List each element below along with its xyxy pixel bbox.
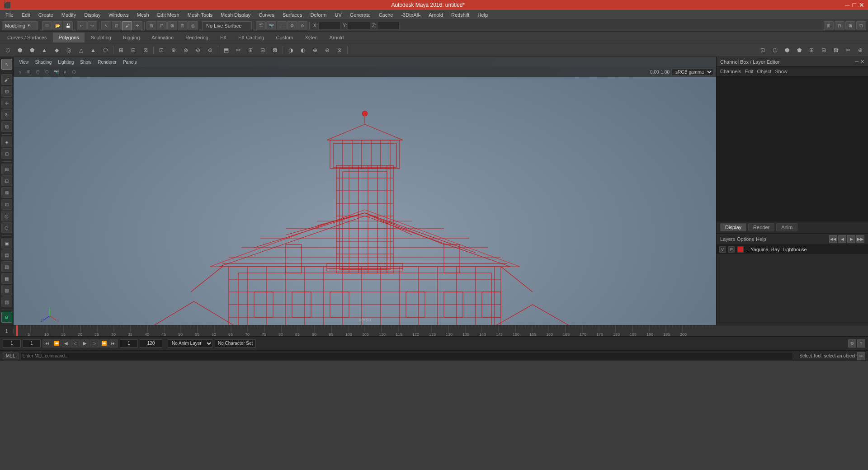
channel-tab-channels[interactable]: Channels [720, 69, 741, 74]
lasso-tool[interactable]: ⊡ [112, 21, 122, 30]
move-tool[interactable]: ✛ [132, 21, 142, 30]
torus-icon-btn[interactable]: ◎ [63, 44, 75, 56]
frame-start-input[interactable] [3, 339, 21, 348]
side-btn-6[interactable]: ⬡ [1, 222, 12, 233]
menu-item-meshtools[interactable]: Mesh Tools [184, 11, 216, 19]
side-btn-4[interactable]: ⊡ [1, 199, 12, 210]
menu-item-deform[interactable]: Deform [307, 11, 330, 19]
anim-layer-select[interactable]: No Anim Layer [168, 339, 213, 348]
menu-item-windows[interactable]: Windows [105, 11, 132, 19]
menu-item-uv[interactable]: UV [331, 11, 345, 19]
redo-button[interactable]: ↪ [87, 21, 97, 30]
right-icon4[interactable]: ⬟ [793, 44, 805, 56]
select-tool[interactable]: ↖ [101, 21, 111, 30]
help-btn[interactable]: ? [857, 339, 865, 348]
fit-all-btn[interactable]: ⊞ [25, 68, 33, 75]
play-back-btn[interactable]: ◁ [71, 339, 80, 348]
maya-logo-btn[interactable]: M [1, 312, 12, 323]
perspective-btn[interactable]: 📷 [52, 68, 60, 75]
plane-icon-btn[interactable]: ◆ [51, 44, 62, 56]
prev-frame-btn[interactable]: ⏪ [52, 339, 61, 348]
tab-animation[interactable]: Animation [146, 33, 179, 42]
connect-btn[interactable]: ⊞ [245, 44, 256, 56]
grid-btn[interactable]: # [61, 68, 69, 75]
undo-button[interactable]: ↩ [77, 21, 87, 30]
minimize-button[interactable]: ─ [845, 1, 850, 9]
layout-btn3[interactable]: ⊠ [845, 21, 855, 30]
options-tab[interactable]: Options [737, 236, 754, 242]
gamma-select[interactable]: sRGB gamma [671, 68, 713, 75]
tab-custom[interactable]: Custom [271, 33, 299, 42]
display-tab-render[interactable]: Render [748, 223, 774, 231]
frame-btn[interactable]: ⊡ [43, 68, 51, 75]
menu-item-create[interactable]: Create [35, 11, 57, 19]
go-end-btn[interactable]: ⏭ [109, 339, 118, 348]
combine-btn[interactable]: ⊞ [115, 44, 127, 56]
side-btn-9[interactable]: ▥ [1, 261, 12, 272]
render-btn2[interactable]: 📷 [266, 21, 276, 30]
prism-icon-btn[interactable]: △ [75, 44, 87, 56]
maximize-button[interactable]: □ [853, 1, 856, 9]
multi-cut-btn[interactable]: ✂ [232, 44, 244, 56]
right-icon1[interactable]: ⊡ [757, 44, 769, 56]
menu-item-editmesh[interactable]: Edit Mesh [154, 11, 183, 19]
sphere-icon-btn[interactable]: ⬡ [2, 44, 14, 56]
window-controls[interactable]: ─ □ ✕ [845, 1, 864, 9]
menu-item-arnold[interactable]: Arnold [425, 11, 447, 19]
tab-fxcaching[interactable]: FX Caching [233, 33, 269, 42]
tab-rendering[interactable]: Rendering [180, 33, 214, 42]
viewport[interactable]: View Shading Lighting Show Renderer Pane… [14, 57, 716, 325]
snap-btn5[interactable]: ◎ [188, 21, 198, 30]
home-view-btn[interactable]: ⌂ [16, 68, 24, 75]
next-key-btn[interactable]: ▷ [90, 339, 99, 348]
frame-end-input[interactable] [140, 339, 162, 348]
side-btn-8[interactable]: ▤ [1, 249, 12, 260]
menu-item-dtoall[interactable]: -3DtoAll- [397, 11, 424, 19]
channel-tab-object[interactable]: Object [757, 69, 771, 74]
right-icon9[interactable]: ⊕ [854, 44, 866, 56]
shading-menu[interactable]: Shading [33, 59, 55, 65]
panels-menu[interactable]: Panels [120, 59, 140, 65]
show-manip-btn[interactable]: ⊡ [1, 148, 12, 159]
close-panel-btn[interactable]: ✕ [860, 59, 864, 65]
minimize-panel-btn[interactable]: ─ [855, 59, 859, 65]
rotate-btn[interactable]: ↻ [1, 109, 12, 120]
channel-tab-show[interactable]: Show [775, 69, 788, 74]
append-btn[interactable]: ⊗ [180, 44, 192, 56]
save-button[interactable]: 💾 [63, 21, 73, 30]
timeline-ruler[interactable] [14, 325, 868, 337]
prefs-btn[interactable]: ⚙ [848, 339, 856, 348]
cube-icon-btn[interactable]: ⬢ [14, 44, 26, 56]
side-btn-1[interactable]: ⊞ [1, 164, 12, 174]
tab-fx[interactable]: FX [215, 33, 232, 42]
layers-btn4[interactable]: ▶▶ [856, 235, 864, 243]
render-btn4[interactable]: ⚙ [287, 21, 297, 30]
menu-item-curves[interactable]: Curves [255, 11, 278, 19]
menu-item-help[interactable]: Help [474, 11, 491, 19]
lasso-select-btn[interactable]: ⊡ [1, 86, 12, 97]
snap-btn2[interactable]: ⊟ [157, 21, 167, 30]
fit-sel-btn[interactable]: ⊟ [34, 68, 42, 75]
render-btn3[interactable]: 🎥 [277, 21, 287, 30]
y-input[interactable] [348, 22, 370, 30]
menu-item-modify[interactable]: Modify [58, 11, 80, 19]
next-frame-btn[interactable]: ⏩ [99, 339, 108, 348]
boolean-btn1[interactable]: ⊕ [309, 44, 321, 56]
view-menu[interactable]: View [16, 59, 32, 65]
side-btn-10[interactable]: ▦ [1, 273, 12, 284]
subdivide-btn[interactable]: ⊙ [204, 44, 216, 56]
live-surface-button[interactable]: No Live Surface [202, 21, 252, 30]
bridge-btn[interactable]: ⊕ [168, 44, 179, 56]
side-btn-3[interactable]: ⊠ [1, 187, 12, 198]
menu-item-meshdisplay[interactable]: Mesh Display [217, 11, 254, 19]
tab-polygons[interactable]: Polygons [53, 33, 84, 42]
select-tool-btn[interactable]: ↖ [1, 59, 12, 70]
mirror-cut-btn[interactable]: ◐ [297, 44, 309, 56]
display-tab-anim[interactable]: Anim [776, 223, 797, 231]
side-btn-7[interactable]: ▣ [1, 238, 12, 249]
menu-item-redshift[interactable]: Redshift [448, 11, 473, 19]
close-button[interactable]: ✕ [859, 1, 864, 9]
layers-btn3[interactable]: ▶ [847, 235, 855, 243]
offset-edge-btn[interactable]: ⊠ [269, 44, 281, 56]
tab-arnold[interactable]: Arnold [324, 33, 349, 42]
